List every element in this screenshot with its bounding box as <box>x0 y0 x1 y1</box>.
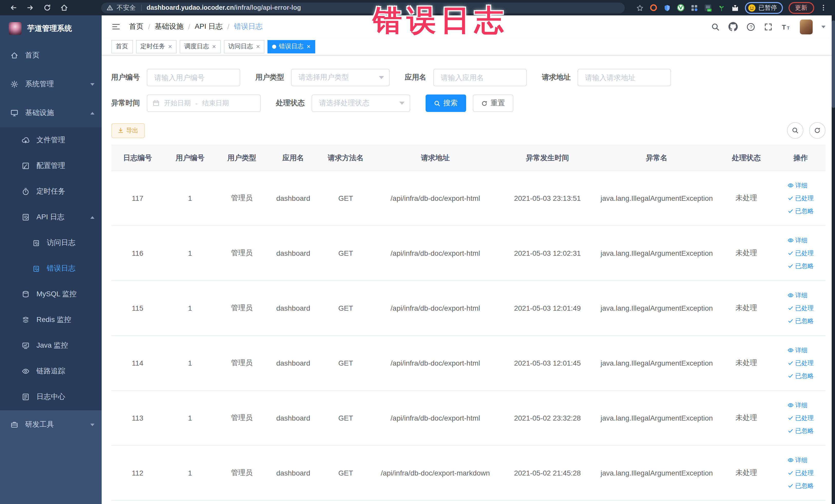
mark-ignored-link[interactable]: 已忽略 <box>788 481 814 490</box>
bookmark-star-icon[interactable] <box>636 4 644 12</box>
extension-proxy-on-icon[interactable]: on <box>704 4 712 12</box>
mark-processed-link[interactable]: 已处理 <box>788 359 814 367</box>
breadcrumb-infrastructure[interactable]: 基础设施 <box>155 22 184 31</box>
breadcrumb-separator: / <box>188 23 190 31</box>
export-button[interactable]: 导出 <box>111 123 144 138</box>
tab-close-icon[interactable]: × <box>256 43 260 50</box>
tags-view-bar: 首页 定时任务× 调度日志× 访问日志× 错误日志× <box>101 38 835 56</box>
mark-ignored-link[interactable]: 已忽略 <box>788 317 814 325</box>
svg-text:?: ? <box>750 24 752 29</box>
sidebar-item-home[interactable]: 首页 <box>0 41 101 70</box>
refresh-icon <box>481 100 487 106</box>
update-button[interactable]: 更新 <box>788 2 814 14</box>
sidebar-item-api-log[interactable]: API 日志 <box>0 204 101 230</box>
sidebar-fold-icon[interactable] <box>111 22 120 31</box>
user-id-input[interactable] <box>147 69 240 86</box>
breadcrumb-api-log[interactable]: API 日志 <box>195 22 223 31</box>
sidebar-item-java-monitor[interactable]: Java 监控 <box>0 333 101 358</box>
tab-home[interactable]: 首页 <box>111 40 133 53</box>
sidebar-item-redis-monitor[interactable]: Redis 监控 <box>0 307 101 333</box>
app-name-input[interactable] <box>433 69 527 86</box>
active-tab-dot <box>272 44 277 48</box>
browser-back-icon[interactable] <box>9 4 18 12</box>
sidebar-item-label: 日志中心 <box>37 392 65 402</box>
tab-close-icon[interactable]: × <box>168 43 172 50</box>
search-button[interactable]: 搜索 <box>425 95 466 112</box>
tab-schedule-log[interactable]: 调度日志× <box>180 40 221 53</box>
request-url-input[interactable] <box>577 69 671 86</box>
tab-scheduled-jobs[interactable]: 定时任务× <box>136 40 177 53</box>
scrollbar-thumb[interactable] <box>832 21 835 108</box>
tab-error-log[interactable]: 错误日志× <box>268 40 315 53</box>
sidebar-item-log-center[interactable]: 日志中心 <box>0 384 101 410</box>
home-icon <box>10 52 19 60</box>
url-path: /infra/log/api-error-log <box>234 4 301 11</box>
mark-processed-link[interactable]: 已处理 <box>788 468 814 477</box>
exception-time-range-picker[interactable]: 开始日期 - 结束日期 <box>147 95 261 112</box>
mark-processed-link[interactable]: 已处理 <box>788 249 814 258</box>
detail-link[interactable]: 详细 <box>788 456 808 464</box>
sidebar-item-config-management[interactable]: 配置管理 <box>0 153 101 179</box>
extension-adblock-icon[interactable] <box>649 4 657 12</box>
sidebar-submenu-infrastructure: 文件管理 配置管理 定时任务 API 日志 访问日志 <box>0 127 101 410</box>
column-header-app-name: 应用名 <box>267 145 319 171</box>
sidebar-item-tracing[interactable]: 链路追踪 <box>0 358 101 384</box>
mark-ignored-link[interactable]: 已忽略 <box>788 207 814 216</box>
sidebar-item-mysql-monitor[interactable]: MySQL 监控 <box>0 281 101 307</box>
user-type-select[interactable]: 请选择用户类型 <box>291 69 389 86</box>
browser-forward-icon[interactable] <box>26 4 34 12</box>
header-search-icon[interactable] <box>711 22 719 31</box>
scrollbar-track[interactable] <box>832 15 835 504</box>
browser-menu-kebab-icon[interactable] <box>820 4 827 11</box>
sidebar-item-file-management[interactable]: 文件管理 <box>0 127 101 153</box>
breadcrumb-home[interactable]: 首页 <box>129 22 143 31</box>
mark-processed-link[interactable]: 已处理 <box>788 304 814 313</box>
github-icon[interactable] <box>728 22 737 31</box>
toggle-search-button[interactable] <box>787 122 803 139</box>
chevron-up-icon <box>90 112 94 114</box>
fullscreen-icon[interactable] <box>763 22 772 31</box>
process-status-select[interactable]: 请选择处理状态 <box>311 95 410 112</box>
detail-link[interactable]: 详细 <box>788 401 808 409</box>
not-secure-warning-icon <box>106 4 114 11</box>
detail-link[interactable]: 详细 <box>788 236 808 245</box>
extension-sprout-icon[interactable] <box>717 4 725 12</box>
mark-ignored-link[interactable]: 已忽略 <box>788 262 814 270</box>
browser-home-icon[interactable] <box>60 4 68 12</box>
avatar-caret-down-icon[interactable] <box>821 25 825 28</box>
extensions-puzzle-icon[interactable] <box>731 4 739 12</box>
app-logo-row[interactable]: 芋道管理系统 <box>0 15 101 41</box>
extension-v-icon[interactable] <box>676 4 685 12</box>
user-avatar[interactable] <box>799 19 812 34</box>
extension-grid-icon[interactable] <box>690 4 698 12</box>
svg-text:T: T <box>787 26 789 30</box>
browser-reload-icon[interactable] <box>43 4 51 12</box>
sidebar-item-system[interactable]: 系统管理 <box>0 70 101 99</box>
detail-link[interactable]: 详细 <box>788 291 808 300</box>
select-placeholder: 请选择用户类型 <box>299 73 349 82</box>
screen: 不安全 dashboard.yudao.iocoder.cn/infra/log… <box>0 0 835 504</box>
cell-method: GET <box>319 226 372 281</box>
detail-link[interactable]: 详细 <box>788 346 808 355</box>
refresh-table-button[interactable] <box>809 122 825 139</box>
sidebar-item-scheduled-jobs[interactable]: 定时任务 <box>0 179 101 204</box>
profile-paused-badge[interactable]: 已暂停 <box>745 2 782 14</box>
sidebar-item-error-log[interactable]: 错误日志 <box>0 256 101 281</box>
sidebar-item-dev-tools[interactable]: 研发工具 <box>0 410 101 439</box>
extension-shield-icon[interactable] <box>663 4 671 12</box>
detail-link[interactable]: 详细 <box>788 181 808 190</box>
mark-ignored-link[interactable]: 已忽略 <box>788 371 814 380</box>
table-row: 112 1 管理员 dashboard GET /api/infra/db-do… <box>111 445 825 500</box>
tab-access-log[interactable]: 访问日志× <box>224 40 264 53</box>
font-size-icon[interactable]: TT <box>781 22 791 31</box>
mark-ignored-link[interactable]: 已忽略 <box>788 426 814 435</box>
mark-processed-link[interactable]: 已处理 <box>788 414 814 422</box>
sidebar-item-access-log[interactable]: 访问日志 <box>0 230 101 256</box>
tab-close-icon[interactable]: × <box>307 43 311 50</box>
mark-processed-link[interactable]: 已处理 <box>788 194 814 203</box>
sidebar-item-infrastructure[interactable]: 基础设施 <box>0 99 101 127</box>
reset-button[interactable]: 重置 <box>472 95 513 112</box>
tab-close-icon[interactable]: × <box>212 43 216 50</box>
address-bar[interactable]: 不安全 dashboard.yudao.iocoder.cn/infra/log… <box>101 2 625 13</box>
help-question-icon[interactable]: ? <box>746 22 755 31</box>
